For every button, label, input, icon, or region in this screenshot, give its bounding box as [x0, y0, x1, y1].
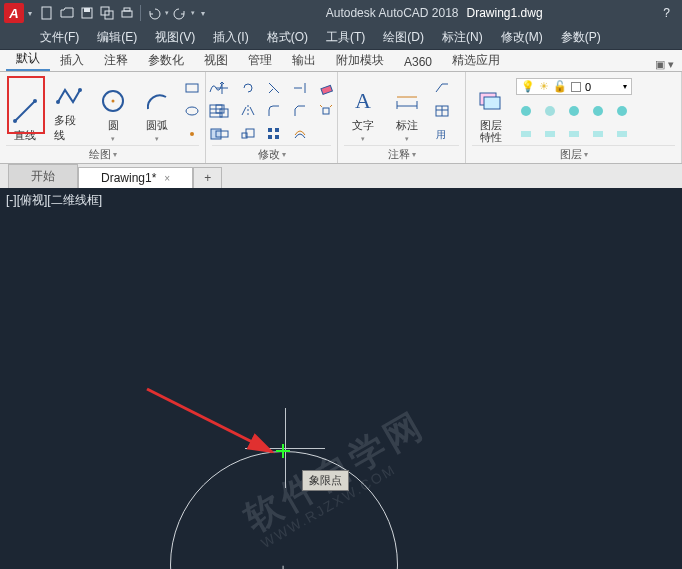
- redo-icon[interactable]: [171, 4, 189, 22]
- ribbon-collapse-icon[interactable]: ▣ ▾: [655, 58, 674, 71]
- layer-prev-icon[interactable]: [612, 101, 632, 121]
- menu-modify[interactable]: 修改(M): [501, 29, 543, 46]
- rotate-icon[interactable]: [238, 78, 258, 98]
- text-button[interactable]: A 文字▾: [344, 76, 382, 145]
- menu-draw[interactable]: 绘图(D): [383, 29, 424, 46]
- panel-layer-label[interactable]: 图层: [472, 145, 675, 163]
- help-icon[interactable]: ?: [663, 6, 670, 20]
- layer-state-icon[interactable]: [612, 124, 632, 144]
- layer-uniso-icon[interactable]: [540, 124, 560, 144]
- doc-tab-drawing1[interactable]: Drawing1*×: [78, 167, 193, 188]
- ribbon-tab-annotate[interactable]: 注释: [94, 50, 138, 71]
- open-icon[interactable]: [58, 4, 76, 22]
- svg-rect-54: [593, 131, 603, 137]
- point-icon[interactable]: [182, 124, 202, 144]
- center-crosshair-icon: +: [279, 561, 287, 569]
- annotation-arrow-icon: [142, 384, 292, 474]
- circle-button[interactable]: 圆▾: [94, 76, 132, 145]
- menu-view[interactable]: 视图(V): [155, 29, 195, 46]
- layer-match-icon[interactable]: [588, 101, 608, 121]
- svg-rect-52: [545, 131, 555, 137]
- layer-selector[interactable]: 💡 ☀ 🔓 0 ▾: [516, 78, 632, 95]
- svg-line-28: [330, 105, 332, 107]
- ellipse-icon[interactable]: [182, 101, 202, 121]
- svg-rect-29: [216, 131, 228, 137]
- explode-icon[interactable]: [316, 101, 336, 121]
- layer-properties-button[interactable]: 图层 特性: [472, 76, 510, 145]
- mtext-icon[interactable]: 用: [432, 124, 452, 144]
- saveas-icon[interactable]: [98, 4, 116, 22]
- copy-icon[interactable]: [212, 101, 232, 121]
- array-icon[interactable]: [264, 124, 284, 144]
- ribbon-tab-strip: 默认 插入 注释 参数化 视图 管理 输出 附加模块 A360 精选应用 ▣ ▾: [0, 50, 682, 72]
- title-bar: A ▾ ▾ ▾ ▾ Autodesk AutoCAD 2018Drawing1.…: [0, 0, 682, 26]
- layer-freeze-icon[interactable]: [540, 101, 560, 121]
- app-logo-icon[interactable]: A: [4, 3, 24, 23]
- rectangle-icon[interactable]: [182, 78, 202, 98]
- panel-draw: 直线 多段线 圆▾ 圆弧▾: [0, 72, 206, 163]
- extend-icon[interactable]: [290, 78, 310, 98]
- svg-point-48: [569, 106, 579, 116]
- svg-rect-26: [323, 108, 329, 114]
- layer-walk-icon[interactable]: [564, 124, 584, 144]
- app-menu-dropdown-icon[interactable]: ▾: [28, 9, 32, 18]
- svg-rect-6: [124, 8, 130, 11]
- layer-lock-icon[interactable]: [564, 101, 584, 121]
- leader-icon[interactable]: [432, 78, 452, 98]
- menu-edit[interactable]: 编辑(E): [97, 29, 137, 46]
- close-icon[interactable]: ×: [164, 173, 170, 184]
- drawing-canvas[interactable]: [-][俯视][二维线框] 软件自学网 WWW.RJZXW.COM + 象限点: [0, 188, 682, 569]
- doc-tab-start[interactable]: 开始: [8, 164, 78, 188]
- new-icon[interactable]: [38, 4, 56, 22]
- ribbon-tab-output[interactable]: 输出: [282, 50, 326, 71]
- svg-rect-23: [321, 85, 332, 94]
- undo-icon[interactable]: [145, 4, 163, 22]
- ribbon-tab-a360[interactable]: A360: [394, 53, 442, 71]
- arc-button[interactable]: 圆弧▾: [138, 76, 176, 145]
- panel-draw-label[interactable]: 绘图: [6, 145, 199, 163]
- ribbon-tab-addins[interactable]: 附加模块: [326, 50, 394, 71]
- ribbon-tab-param[interactable]: 参数化: [138, 50, 194, 71]
- ribbon-tab-view[interactable]: 视图: [194, 50, 238, 71]
- ribbon-tab-default[interactable]: 默认: [6, 48, 50, 71]
- layer-color-swatch: [571, 82, 581, 92]
- svg-rect-2: [84, 8, 90, 12]
- erase-icon[interactable]: [316, 78, 336, 98]
- dimension-button[interactable]: 标注▾: [388, 76, 426, 145]
- scale-icon[interactable]: [238, 124, 258, 144]
- layer-name: 0: [585, 81, 591, 93]
- polyline-button[interactable]: 多段线: [50, 76, 88, 145]
- panel-annotate-label[interactable]: 注释: [344, 145, 459, 163]
- undo-dropdown-icon[interactable]: ▾: [165, 9, 169, 17]
- redo-dropdown-icon[interactable]: ▾: [191, 9, 195, 17]
- viewport-label[interactable]: [-][俯视][二维线框]: [6, 192, 102, 209]
- menu-param[interactable]: 参数(P): [561, 29, 601, 46]
- chamfer-icon[interactable]: [290, 101, 310, 121]
- menu-format[interactable]: 格式(O): [267, 29, 308, 46]
- snap-tooltip: 象限点: [302, 470, 349, 491]
- document-tab-bar: 开始 Drawing1*× +: [0, 164, 682, 188]
- menu-dim[interactable]: 标注(N): [442, 29, 483, 46]
- trim-icon[interactable]: [264, 78, 284, 98]
- move-icon[interactable]: [212, 78, 232, 98]
- save-icon[interactable]: [78, 4, 96, 22]
- panel-modify-label[interactable]: 修改: [212, 145, 331, 163]
- panel-annotate: A 文字▾ 标注▾ 用 注释: [338, 72, 466, 163]
- mirror-icon[interactable]: [238, 101, 258, 121]
- menu-tools[interactable]: 工具(T): [326, 29, 365, 46]
- table-icon[interactable]: [432, 101, 452, 121]
- fillet-icon[interactable]: [264, 101, 284, 121]
- layer-off-icon[interactable]: [516, 101, 536, 121]
- layer-current-icon[interactable]: [588, 124, 608, 144]
- plot-icon[interactable]: [118, 4, 136, 22]
- ribbon-tab-featured[interactable]: 精选应用: [442, 50, 510, 71]
- stretch-icon[interactable]: [212, 124, 232, 144]
- line-button[interactable]: 直线: [6, 76, 44, 145]
- offset-icon[interactable]: [290, 124, 310, 144]
- menu-file[interactable]: 文件(F): [40, 29, 79, 46]
- ribbon-tab-insert[interactable]: 插入: [50, 50, 94, 71]
- ribbon-tab-manage[interactable]: 管理: [238, 50, 282, 71]
- layer-iso-icon[interactable]: [516, 124, 536, 144]
- new-tab-button[interactable]: +: [193, 167, 222, 188]
- menu-insert[interactable]: 插入(I): [213, 29, 248, 46]
